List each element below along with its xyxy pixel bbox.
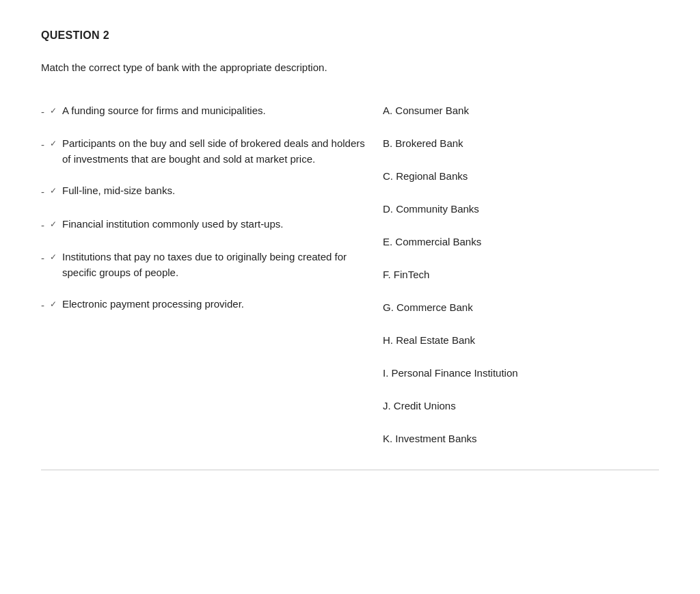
right-item-label: A. Consumer Bank <box>383 105 469 116</box>
left-item-text: Electronic payment processing provider. <box>62 297 369 312</box>
dash-icon: - <box>41 298 44 314</box>
matching-container: - ✓ A funding source for firms and munic… <box>41 95 659 456</box>
list-item[interactable]: - ✓ Financial institution commonly used … <box>41 208 369 242</box>
chevron-icon: ✓ <box>50 185 57 197</box>
right-item-label: B. Brokered Bank <box>383 137 463 149</box>
left-column: - ✓ A funding source for firms and munic… <box>41 95 369 322</box>
right-item-label: D. Community Banks <box>383 203 479 215</box>
right-item-label: C. Regional Banks <box>383 170 468 182</box>
right-option-a[interactable]: A. Consumer Bank <box>383 95 659 128</box>
left-item-text: A funding source for firms and municipal… <box>62 103 369 119</box>
right-option-f[interactable]: F. FinTech <box>383 259 659 292</box>
dash-icon: - <box>41 218 44 234</box>
question-instruction: Match the correct type of bank with the … <box>41 60 659 76</box>
left-item-text: Full-line, mid-size banks. <box>62 183 369 199</box>
dash-icon: - <box>41 251 44 267</box>
dash-icon: - <box>41 185 44 200</box>
question-title: QUESTION 2 <box>41 27 659 44</box>
dash-icon: - <box>41 105 44 120</box>
right-item-label: J. Credit Unions <box>383 400 456 411</box>
right-option-c[interactable]: C. Regional Banks <box>383 161 659 193</box>
right-option-i[interactable]: I. Personal Finance Institution <box>383 357 659 390</box>
list-item[interactable]: - ✓ A funding source for firms and munic… <box>41 95 369 129</box>
right-item-label: H. Real Estate Bank <box>383 334 475 346</box>
list-item[interactable]: - ✓ Institutions that pay no taxes due t… <box>41 241 369 288</box>
chevron-icon: ✓ <box>50 298 57 310</box>
right-option-d[interactable]: D. Community Banks <box>383 193 659 226</box>
bottom-divider <box>41 470 659 470</box>
right-item-label: K. Investment Banks <box>383 433 477 444</box>
right-option-k[interactable]: K. Investment Banks <box>383 423 659 456</box>
right-item-label: I. Personal Finance Institution <box>383 367 518 379</box>
chevron-icon: ✓ <box>50 218 57 230</box>
list-item[interactable]: - ✓ Full-line, mid-size banks. <box>41 175 369 208</box>
left-item-text: Institutions that pay no taxes due to or… <box>62 249 369 280</box>
right-option-j[interactable]: J. Credit Unions <box>383 390 659 423</box>
right-option-e[interactable]: E. Commercial Banks <box>383 226 659 259</box>
list-item[interactable]: - ✓ Participants on the buy and sell sid… <box>41 128 369 175</box>
chevron-icon: ✓ <box>50 137 57 150</box>
right-item-label: G. Commerce Bank <box>383 301 473 313</box>
page-container: QUESTION 2 Match the correct type of ban… <box>0 0 700 498</box>
right-option-h[interactable]: H. Real Estate Bank <box>383 325 659 357</box>
list-item[interactable]: - ✓ Electronic payment processing provid… <box>41 288 369 322</box>
right-column: A. Consumer Bank B. Brokered Bank C. Reg… <box>369 95 659 456</box>
right-option-g[interactable]: G. Commerce Bank <box>383 292 659 325</box>
chevron-icon: ✓ <box>50 105 57 117</box>
right-item-label: F. FinTech <box>383 269 429 280</box>
dash-icon: - <box>41 137 44 153</box>
left-item-text: Participants on the buy and sell side of… <box>62 136 369 167</box>
chevron-icon: ✓ <box>50 251 57 263</box>
right-item-label: E. Commercial Banks <box>383 236 481 247</box>
right-option-b[interactable]: B. Brokered Bank <box>383 128 659 161</box>
left-item-text: Financial institution commonly used by s… <box>62 217 369 232</box>
